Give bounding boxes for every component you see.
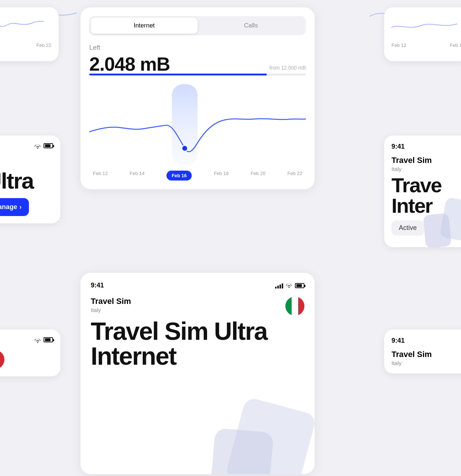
flag-red bbox=[298, 297, 304, 316]
bar2 bbox=[277, 286, 279, 289]
wifi-icon bbox=[285, 282, 293, 289]
right-date-2: Feb 14 bbox=[450, 42, 461, 48]
tab-internet[interactable]: Internet bbox=[91, 18, 198, 34]
right-mid-card: 9:41 Travel Sim Italy Trave Inter Active bbox=[384, 135, 461, 247]
bottom-status-bar: 9:41 bbox=[91, 282, 304, 289]
left-status-icons bbox=[34, 143, 53, 149]
right-sim-name: Travel Sim bbox=[391, 156, 461, 165]
ultra-text: Ultra bbox=[0, 168, 53, 194]
data-amount: 2.048 mB bbox=[89, 53, 306, 75]
chart-area bbox=[89, 84, 306, 165]
manage-label: Manage bbox=[0, 203, 17, 211]
left-date-2: Feb 22 bbox=[37, 42, 51, 48]
left-bottom-status-icons bbox=[34, 337, 53, 343]
hex-shape-2 bbox=[209, 428, 274, 474]
right-chart-line bbox=[391, 15, 461, 38]
left-mid-card: Ultra Manage › bbox=[0, 135, 60, 223]
left-top-card: Feb 20 Feb 22 bbox=[0, 7, 59, 61]
date-labels: Feb 12 Feb 14 Feb 16 Feb 18 Feb 20 Feb 2… bbox=[89, 171, 306, 181]
left-bottom-status-bar bbox=[0, 337, 53, 343]
right-top-card: Feb 12 Feb 14 bbox=[384, 7, 461, 61]
right-bottom-sim-name: Travel Sim bbox=[391, 350, 461, 359]
right-panel: Feb 12 Feb 14 9:41 Travel Sim Italy Trav… bbox=[377, 0, 461, 476]
date-feb16-active[interactable]: Feb 16 bbox=[166, 171, 192, 181]
bar3 bbox=[280, 285, 281, 289]
svg-rect-0 bbox=[172, 84, 198, 165]
right-sim-country: Italy bbox=[391, 166, 461, 172]
sim-row: Travel Sim Italy bbox=[91, 297, 304, 316]
right-title-line1: Trave bbox=[391, 175, 461, 196]
bottom-center-card: 9:41 Travel Sim Italy bbox=[80, 273, 315, 474]
left-chart-line bbox=[0, 15, 51, 38]
tab-calls[interactable]: Calls bbox=[198, 18, 304, 34]
right-bottom-sim-country: Italy bbox=[391, 360, 461, 366]
battery-fill bbox=[296, 284, 302, 287]
date-feb12: Feb 12 bbox=[93, 171, 108, 181]
left-mid-status-bar bbox=[0, 143, 53, 149]
manage-button[interactable]: Manage › bbox=[0, 198, 29, 216]
signal-bars-icon bbox=[275, 283, 283, 289]
left-panel: Feb 20 Feb 22 Ultra bbox=[0, 0, 77, 476]
italy-flag bbox=[285, 297, 304, 316]
bar1 bbox=[275, 287, 277, 289]
left-battery-fill bbox=[45, 144, 50, 147]
right-chart-svg bbox=[391, 15, 457, 37]
left-bottom-card bbox=[0, 330, 60, 376]
left-bottom-battery-icon bbox=[44, 337, 53, 342]
right-bottom-card: 9:41 Travel Sim Italy bbox=[384, 330, 461, 373]
left-chart-svg bbox=[0, 15, 44, 37]
title-line1: Travel Sim Ultra bbox=[91, 317, 267, 345]
flag-green bbox=[285, 297, 292, 316]
flag-white bbox=[292, 297, 298, 316]
date-feb20: Feb 20 bbox=[251, 171, 265, 181]
sim-country: Italy bbox=[91, 307, 131, 313]
date-feb14: Feb 14 bbox=[130, 171, 145, 181]
left-battery-icon bbox=[44, 143, 53, 148]
right-dates: Feb 12 Feb 14 bbox=[391, 42, 461, 48]
left-bottom-flag bbox=[0, 350, 4, 369]
date-feb22: Feb 22 bbox=[288, 171, 302, 181]
big-title: Travel Sim Ultra Internet bbox=[91, 319, 304, 368]
bar4 bbox=[282, 283, 283, 289]
right-hex-2 bbox=[423, 213, 451, 247]
status-icons bbox=[275, 282, 304, 289]
active-badge: Active bbox=[391, 220, 424, 235]
battery-icon bbox=[295, 283, 304, 288]
data-left-label: Left bbox=[89, 44, 306, 52]
main-card: Internet Calls Left 2.048 mB from 12.000… bbox=[80, 7, 315, 189]
left-bottom-wifi-icon bbox=[34, 337, 41, 343]
left-wifi-icon bbox=[34, 143, 41, 149]
right-mid-time: 9:41 bbox=[391, 143, 461, 150]
tab-bar: Internet Calls bbox=[89, 16, 306, 35]
date-feb18: Feb 18 bbox=[214, 171, 228, 181]
sim-name: Travel Sim bbox=[91, 297, 131, 306]
manage-arrow: › bbox=[19, 203, 22, 211]
left-dates: Feb 20 Feb 22 bbox=[0, 42, 51, 48]
chart-svg bbox=[89, 84, 306, 165]
right-bottom-time: 9:41 bbox=[391, 337, 461, 345]
bottom-time: 9:41 bbox=[91, 282, 104, 289]
svg-point-1 bbox=[182, 145, 188, 151]
title-line2: Internet bbox=[91, 342, 176, 370]
right-date-1: Feb 12 bbox=[391, 42, 406, 48]
